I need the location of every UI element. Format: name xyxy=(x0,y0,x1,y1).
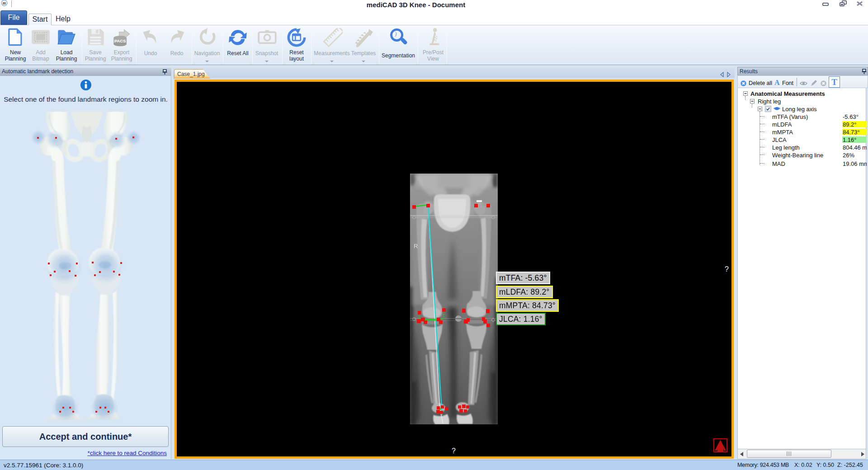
svg-text:PACS: PACS xyxy=(114,38,126,43)
svg-text:R: R xyxy=(414,243,418,249)
